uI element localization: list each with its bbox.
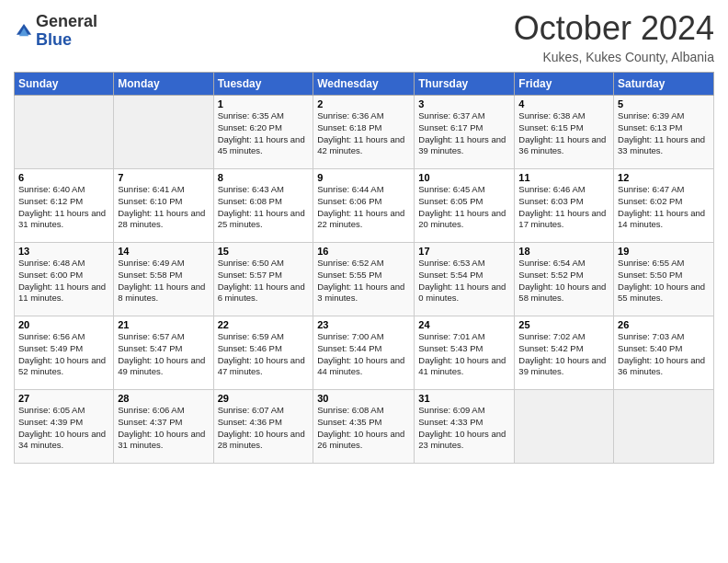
day-number: 12 — [618, 172, 710, 183]
day-cell: 11Sunrise: 6:46 AM Sunset: 6:03 PM Dayli… — [515, 169, 614, 243]
day-number: 24 — [418, 319, 510, 330]
day-info: Sunrise: 6:08 AM Sunset: 4:35 PM Dayligh… — [317, 405, 410, 452]
day-info: Sunrise: 6:44 AM Sunset: 6:06 PM Dayligh… — [317, 184, 410, 231]
day-number: 15 — [218, 246, 310, 257]
day-number: 16 — [317, 246, 410, 257]
day-number: 19 — [618, 246, 710, 257]
day-number: 13 — [18, 246, 109, 257]
day-cell: 24Sunrise: 7:01 AM Sunset: 5:43 PM Dayli… — [415, 316, 515, 390]
day-cell — [114, 96, 213, 169]
day-cell: 13Sunrise: 6:48 AM Sunset: 6:00 PM Dayli… — [15, 243, 114, 316]
col-saturday: Saturday — [614, 73, 714, 96]
day-cell: 28Sunrise: 6:06 AM Sunset: 4:37 PM Dayli… — [114, 390, 213, 464]
day-number: 2 — [317, 98, 410, 109]
day-info: Sunrise: 6:09 AM Sunset: 4:33 PM Dayligh… — [418, 405, 510, 452]
day-number: 20 — [18, 319, 109, 330]
logo-general: General — [36, 13, 97, 31]
day-number: 3 — [418, 98, 510, 109]
week-row-1: 1Sunrise: 6:35 AM Sunset: 6:20 PM Daylig… — [15, 96, 714, 169]
day-info: Sunrise: 6:38 AM Sunset: 6:15 PM Dayligh… — [518, 110, 609, 157]
day-cell: 19Sunrise: 6:55 AM Sunset: 5:50 PM Dayli… — [614, 243, 714, 316]
header-row: Sunday Monday Tuesday Wednesday Thursday… — [15, 73, 714, 96]
day-cell: 23Sunrise: 7:00 AM Sunset: 5:44 PM Dayli… — [313, 316, 415, 390]
day-cell: 29Sunrise: 6:07 AM Sunset: 4:36 PM Dayli… — [213, 390, 313, 464]
day-info: Sunrise: 6:07 AM Sunset: 4:36 PM Dayligh… — [218, 405, 310, 452]
day-info: Sunrise: 6:45 AM Sunset: 6:05 PM Dayligh… — [418, 184, 510, 231]
day-number: 9 — [317, 172, 410, 183]
title-block: October 2024 Kukes, Kukes County, Albani… — [514, 9, 714, 64]
day-info: Sunrise: 7:00 AM Sunset: 5:44 PM Dayligh… — [317, 331, 410, 378]
day-number: 10 — [418, 172, 510, 183]
day-number: 29 — [218, 393, 310, 404]
day-cell: 10Sunrise: 6:45 AM Sunset: 6:05 PM Dayli… — [415, 169, 515, 243]
day-info: Sunrise: 7:02 AM Sunset: 5:42 PM Dayligh… — [518, 331, 609, 378]
calendar-body: 1Sunrise: 6:35 AM Sunset: 6:20 PM Daylig… — [15, 96, 714, 464]
header: General Blue October 2024 Kukes, Kukes C… — [14, 9, 714, 64]
day-cell: 15Sunrise: 6:50 AM Sunset: 5:57 PM Dayli… — [213, 243, 313, 316]
day-number: 14 — [118, 246, 209, 257]
day-number: 7 — [118, 172, 209, 183]
month-title: October 2024 — [514, 9, 714, 48]
day-cell: 2Sunrise: 6:36 AM Sunset: 6:18 PM Daylig… — [313, 96, 415, 169]
day-info: Sunrise: 6:50 AM Sunset: 5:57 PM Dayligh… — [218, 258, 310, 304]
day-cell — [515, 390, 614, 464]
day-number: 22 — [218, 319, 310, 330]
day-cell: 18Sunrise: 6:54 AM Sunset: 5:52 PM Dayli… — [515, 243, 614, 316]
day-info: Sunrise: 6:36 AM Sunset: 6:18 PM Dayligh… — [317, 110, 410, 157]
day-cell: 6Sunrise: 6:40 AM Sunset: 6:12 PM Daylig… — [15, 169, 114, 243]
col-friday: Friday — [515, 73, 614, 96]
page-container: General Blue October 2024 Kukes, Kukes C… — [0, 0, 728, 473]
day-cell: 4Sunrise: 6:38 AM Sunset: 6:15 PM Daylig… — [515, 96, 614, 169]
week-row-3: 13Sunrise: 6:48 AM Sunset: 6:00 PM Dayli… — [15, 243, 714, 316]
day-number: 23 — [317, 319, 410, 330]
logo-icon — [14, 21, 34, 41]
day-info: Sunrise: 6:39 AM Sunset: 6:13 PM Dayligh… — [618, 110, 710, 157]
day-number: 26 — [618, 319, 710, 330]
calendar-table: Sunday Monday Tuesday Wednesday Thursday… — [14, 72, 714, 464]
day-number: 28 — [118, 393, 209, 404]
day-number: 11 — [518, 172, 609, 183]
day-info: Sunrise: 6:43 AM Sunset: 6:08 PM Dayligh… — [218, 184, 310, 231]
col-tuesday: Tuesday — [213, 73, 313, 96]
day-cell: 27Sunrise: 6:05 AM Sunset: 4:39 PM Dayli… — [15, 390, 114, 464]
day-number: 30 — [317, 393, 410, 404]
day-info: Sunrise: 6:49 AM Sunset: 5:58 PM Dayligh… — [118, 258, 209, 304]
day-info: Sunrise: 6:46 AM Sunset: 6:03 PM Dayligh… — [518, 184, 609, 231]
day-info: Sunrise: 6:35 AM Sunset: 6:20 PM Dayligh… — [218, 110, 310, 157]
day-number: 21 — [118, 319, 209, 330]
day-info: Sunrise: 6:41 AM Sunset: 6:10 PM Dayligh… — [118, 184, 209, 231]
day-cell: 3Sunrise: 6:37 AM Sunset: 6:17 PM Daylig… — [415, 96, 515, 169]
day-info: Sunrise: 6:37 AM Sunset: 6:17 PM Dayligh… — [418, 110, 510, 157]
day-number: 8 — [218, 172, 310, 183]
day-cell: 1Sunrise: 6:35 AM Sunset: 6:20 PM Daylig… — [213, 96, 313, 169]
day-cell: 5Sunrise: 6:39 AM Sunset: 6:13 PM Daylig… — [614, 96, 714, 169]
week-row-4: 20Sunrise: 6:56 AM Sunset: 5:49 PM Dayli… — [15, 316, 714, 390]
day-number: 1 — [218, 98, 310, 109]
day-info: Sunrise: 7:03 AM Sunset: 5:40 PM Dayligh… — [618, 331, 710, 378]
day-info: Sunrise: 7:01 AM Sunset: 5:43 PM Dayligh… — [418, 331, 510, 378]
logo-blue: Blue — [36, 31, 97, 50]
day-info: Sunrise: 6:56 AM Sunset: 5:49 PM Dayligh… — [18, 331, 109, 378]
day-cell: 17Sunrise: 6:53 AM Sunset: 5:54 PM Dayli… — [415, 243, 515, 316]
day-cell: 22Sunrise: 6:59 AM Sunset: 5:46 PM Dayli… — [213, 316, 313, 390]
day-info: Sunrise: 6:53 AM Sunset: 5:54 PM Dayligh… — [418, 258, 510, 304]
day-info: Sunrise: 6:40 AM Sunset: 6:12 PM Dayligh… — [18, 184, 109, 231]
day-info: Sunrise: 6:47 AM Sunset: 6:02 PM Dayligh… — [618, 184, 710, 231]
col-wednesday: Wednesday — [313, 73, 415, 96]
day-number: 5 — [618, 98, 710, 109]
day-number: 17 — [418, 246, 510, 257]
day-cell: 8Sunrise: 6:43 AM Sunset: 6:08 PM Daylig… — [213, 169, 313, 243]
day-cell: 9Sunrise: 6:44 AM Sunset: 6:06 PM Daylig… — [313, 169, 415, 243]
day-cell: 12Sunrise: 6:47 AM Sunset: 6:02 PM Dayli… — [614, 169, 714, 243]
day-number: 27 — [18, 393, 109, 404]
day-number: 4 — [518, 98, 609, 109]
col-monday: Monday — [114, 73, 213, 96]
day-info: Sunrise: 6:59 AM Sunset: 5:46 PM Dayligh… — [218, 331, 310, 378]
day-info: Sunrise: 6:52 AM Sunset: 5:55 PM Dayligh… — [317, 258, 410, 304]
day-info: Sunrise: 6:55 AM Sunset: 5:50 PM Dayligh… — [618, 258, 710, 304]
day-cell: 25Sunrise: 7:02 AM Sunset: 5:42 PM Dayli… — [515, 316, 614, 390]
day-number: 25 — [518, 319, 609, 330]
day-cell: 16Sunrise: 6:52 AM Sunset: 5:55 PM Dayli… — [313, 243, 415, 316]
day-number: 31 — [418, 393, 510, 404]
day-info: Sunrise: 6:48 AM Sunset: 6:00 PM Dayligh… — [18, 258, 109, 304]
